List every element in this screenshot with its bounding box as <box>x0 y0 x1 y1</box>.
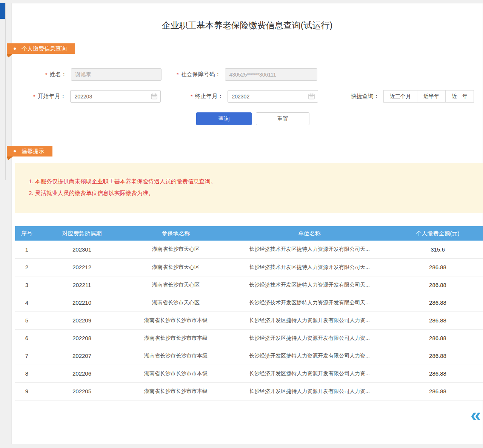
bullet-icon <box>14 150 16 152</box>
table-cell: 7 <box>15 347 38 365</box>
section-title: 个人缴费信息查询 <box>22 45 67 52</box>
column-header: 序号 <box>15 226 38 241</box>
table-header-row: 序号对应费款所属期参保地名称单位名称个人缴费金额(元) <box>15 226 483 241</box>
section-header-personal-query: 个人缴费信息查询 <box>7 43 75 54</box>
table-cell: 202210 <box>38 294 125 311</box>
table-cell: 湖南省长沙市天心区 <box>125 241 226 258</box>
table-cell: 湖南省长沙市天心区 <box>125 276 226 294</box>
table-row: 8202206湖南省长沙市长沙市市本级长沙经济开发区捷特人力资源开发有限公司人力… <box>15 365 483 382</box>
ssn-label: 社会保障号码： <box>181 71 220 78</box>
table-cell: 长沙经济开发区捷特人力资源开发有限公司人力资... <box>226 329 392 347</box>
table-row: 2202212湖南省长沙市天心区长沙经济技术开发区捷特人力资源开发有限公司天..… <box>15 258 483 276</box>
table-cell: 202209 <box>38 311 125 329</box>
column-header: 参保地名称 <box>125 226 226 241</box>
required-mark: * <box>33 94 35 100</box>
table-cell: 286.88 <box>392 276 483 294</box>
table-cell: 286.88 <box>392 329 483 347</box>
name-label: 姓名： <box>49 71 66 78</box>
table-cell: 湖南省长沙市长沙市市本级 <box>125 365 226 382</box>
table-body: 1202301湖南省长沙市天心区长沙经济技术开发区捷特人力资源开发有限公司天..… <box>15 241 483 400</box>
table-cell: 286.88 <box>392 311 483 329</box>
table-cell: 长沙经济开发区捷特人力资源开发有限公司人力资... <box>226 382 392 400</box>
notice-box: 1. 本服务仅提供尚未领取企业职工基本养老保险待遇人员的缴费信息查询。 2. 灵… <box>15 163 483 213</box>
table-row: 9202205湖南省长沙市长沙市市本级长沙经济开发区捷特人力资源开发有限公司人力… <box>15 382 483 400</box>
table-cell: 长沙经济技术开发区捷特人力资源开发有限公司天... <box>226 276 392 294</box>
table-cell: 202207 <box>38 347 125 365</box>
page-title: 企业职工基本养老保险缴费信息查询(试运行) <box>11 20 483 31</box>
table-cell: 3 <box>15 276 38 294</box>
table-cell: 长沙经济开发区捷特人力资源开发有限公司人力资... <box>226 347 392 365</box>
quick-query-field-group: 快捷查询： 近三个月近半年近一年 <box>351 90 474 103</box>
table-cell: 湖南省长沙市长沙市市本级 <box>125 311 226 329</box>
table-cell: 湖南省长沙市长沙市市本级 <box>125 329 226 347</box>
table-cell: 4 <box>15 294 38 311</box>
table-cell: 湖南省长沙市天心区 <box>125 258 226 276</box>
table-cell: 2 <box>15 258 38 276</box>
required-mark: * <box>45 72 47 78</box>
table-cell: 202211 <box>38 276 125 294</box>
quick-option-1[interactable]: 近三个月 <box>383 90 417 103</box>
table-cell: 202205 <box>38 382 125 400</box>
left-divider <box>5 3 6 180</box>
table-row: 3202211湖南省长沙市天心区长沙经济技术开发区捷特人力资源开发有限公司天..… <box>15 276 483 294</box>
column-header: 个人缴费金额(元) <box>392 226 483 241</box>
required-mark: * <box>177 72 178 78</box>
quick-option-3[interactable]: 近一年 <box>445 90 474 103</box>
required-mark: * <box>191 94 192 100</box>
payment-table: 序号对应费款所属期参保地名称单位名称个人缴费金额(元) 1202301湖南省长沙… <box>15 226 483 400</box>
table-row: 1202301湖南省长沙市天心区长沙经济技术开发区捷特人力资源开发有限公司天..… <box>15 241 483 258</box>
table-cell: 6 <box>15 329 38 347</box>
ssn-field-group: * 社会保障号码： <box>177 68 317 81</box>
table-cell: 202208 <box>38 329 125 347</box>
table-cell: 286.88 <box>392 365 483 382</box>
table-row: 7202207湖南省长沙市长沙市市本级长沙经济开发区捷特人力资源开发有限公司人力… <box>15 347 483 365</box>
table-cell: 长沙经济技术开发区捷特人力资源开发有限公司天... <box>226 241 392 258</box>
table-cell: 湖南省长沙市天心区 <box>125 294 226 311</box>
end-date-field-group: * 终止年月： <box>191 90 318 103</box>
end-date-input[interactable] <box>228 90 318 103</box>
name-field-group: * 姓名： <box>45 68 162 81</box>
table-cell: 202206 <box>38 365 125 382</box>
table-row: 5202209湖南省长沙市长沙市市本级长沙经济开发区捷特人力资源开发有限公司人力… <box>15 311 483 329</box>
table-row: 6202208湖南省长沙市长沙市市本级长沙经济开发区捷特人力资源开发有限公司人力… <box>15 329 483 347</box>
calendar-icon[interactable] <box>308 93 315 100</box>
start-date-label: 开始年月： <box>37 93 66 100</box>
column-header: 对应费款所属期 <box>38 226 125 241</box>
name-input <box>71 68 162 81</box>
table-cell: 286.88 <box>392 258 483 276</box>
table-cell: 长沙经济技术开发区捷特人力资源开发有限公司天... <box>226 258 392 276</box>
calendar-icon[interactable] <box>151 93 157 100</box>
sidebar-tab[interactable] <box>0 3 6 19</box>
table-cell: 湖南省长沙市长沙市市本级 <box>125 347 226 365</box>
table-cell: 长沙经济技术开发区捷特人力资源开发有限公司天... <box>226 294 392 311</box>
collapse-chevron-icon[interactable]: « <box>471 405 481 424</box>
table-cell: 286.88 <box>392 347 483 365</box>
table-cell: 5 <box>15 311 38 329</box>
table-cell: 9 <box>15 382 38 400</box>
start-date-field-group: * 开始年月： <box>33 90 161 103</box>
table-cell: 315.6 <box>392 241 483 258</box>
column-header: 单位名称 <box>226 226 392 241</box>
quick-option-2[interactable]: 近半年 <box>417 90 446 103</box>
table-cell: 湖南省长沙市长沙市市本级 <box>125 382 226 400</box>
notice-line: 1. 本服务仅提供尚未领取企业职工基本养老保险待遇人员的缴费信息查询。 <box>29 176 475 186</box>
query-button[interactable]: 查询 <box>196 112 252 125</box>
start-date-input[interactable] <box>70 90 161 103</box>
quick-query-group: 近三个月近半年近一年 <box>384 90 474 103</box>
notice-line: 2. 灵活就业人员的缴费单位信息以实际缴费为准。 <box>29 188 475 198</box>
table-cell: 286.88 <box>392 382 483 400</box>
section-header-tips: 温馨提示 <box>7 146 52 156</box>
table-cell: 202212 <box>38 258 125 276</box>
reset-button[interactable]: 重置 <box>256 112 309 125</box>
ssn-input <box>225 68 317 81</box>
table-cell: 1 <box>15 241 38 258</box>
quick-query-label: 快捷查询： <box>351 93 379 100</box>
table-cell: 8 <box>15 365 38 382</box>
section-title: 温馨提示 <box>22 148 44 155</box>
table-cell: 长沙经济开发区捷特人力资源开发有限公司人力资... <box>226 311 392 329</box>
table-cell: 长沙经济开发区捷特人力资源开发有限公司人力资... <box>226 365 392 382</box>
bullet-icon <box>14 48 16 50</box>
table-cell: 202301 <box>38 241 125 258</box>
table-row: 4202210湖南省长沙市天心区长沙经济技术开发区捷特人力资源开发有限公司天..… <box>15 294 483 311</box>
table-cell: 286.88 <box>392 294 483 311</box>
